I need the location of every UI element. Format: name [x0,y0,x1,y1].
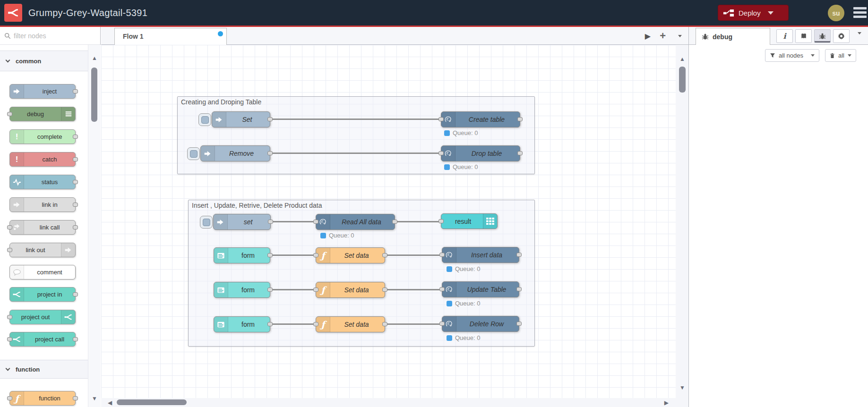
palette-item-inject[interactable]: inject [9,84,76,99]
output-port[interactable] [517,117,523,121]
scroll-thumb[interactable] [679,67,686,93]
node-inject-remove[interactable]: Remove [200,145,270,161]
scroll-left-icon[interactable]: ◀ [108,400,112,406]
scroll-down-icon[interactable]: ▼ [679,385,685,390]
output-port[interactable] [267,151,273,155]
node-form-3[interactable]: form [214,316,270,332]
palette-item-complete[interactable]: ! complete [9,129,76,144]
palette-item-catch[interactable]: ! catch [9,152,76,167]
user-avatar[interactable]: su [828,5,844,21]
main-menu-button[interactable] [853,7,867,20]
input-port[interactable] [439,253,445,257]
wire[interactable] [271,221,318,222]
info-tab-button[interactable]: i [776,29,793,43]
palette-item-project-in[interactable]: project in [9,287,76,302]
canvas-horizontal-scrollbar[interactable]: ◀ ▶ [101,398,688,407]
wire[interactable] [385,254,443,256]
output-port[interactable] [73,396,78,400]
palette-item-project-out[interactable]: project out [9,310,76,324]
palette-item-link-call[interactable]: link call [9,220,76,235]
scroll-up-icon[interactable]: ▲ [92,55,97,61]
wire[interactable] [385,289,443,290]
deploy-options-chevron-icon[interactable] [768,11,773,15]
wire[interactable] [270,289,317,290]
inject-button[interactable] [200,216,213,229]
output-port[interactable] [73,157,78,161]
palette-item-debug[interactable]: debug [9,107,76,121]
output-port[interactable] [516,287,522,291]
input-port[interactable] [439,322,445,326]
node-set-data-1[interactable]: ƒ Set data [316,247,385,263]
output-port[interactable] [267,253,273,257]
output-port[interactable] [382,288,387,292]
settings-tab-button[interactable] [833,29,850,43]
palette-item-project-call[interactable]: project call [9,332,76,347]
add-flow-button[interactable]: + [660,27,666,45]
node-drop-table[interactable]: Drop table [441,145,520,161]
node-inject-set[interactable]: Set [212,111,270,127]
debug-clear-button[interactable]: all [825,49,856,62]
output-port[interactable] [267,322,273,326]
node-form-2[interactable]: form [214,282,270,298]
output-port[interactable] [73,180,78,184]
node-form-1[interactable]: form [214,247,270,263]
flow-grid[interactable]: Creating and Droping Table Insert , Upda… [101,45,688,407]
debug-filter-button[interactable]: all nodes [765,49,819,62]
wire[interactable] [270,254,317,256]
output-port[interactable] [267,117,273,121]
palette-search[interactable] [0,27,100,45]
output-port[interactable] [73,89,78,93]
wire[interactable] [385,323,443,325]
help-tab-button[interactable] [795,29,812,43]
input-port[interactable] [313,253,318,257]
palette-item-link-in[interactable]: link in [9,197,76,212]
palette-category-common[interactable]: common [0,51,88,71]
output-port[interactable] [516,253,522,257]
scroll-up-icon[interactable]: ▲ [679,56,685,62]
deploy-button[interactable]: Deploy [718,5,789,21]
output-port[interactable] [268,220,273,224]
input-port[interactable] [7,315,12,319]
palette-item-function[interactable]: ƒ function [9,391,76,406]
input-port[interactable] [313,220,318,224]
node-update-table[interactable]: Update Table [442,281,519,297]
output-port[interactable] [73,337,78,341]
wire[interactable] [272,119,441,120]
node-inject-set-lower[interactable]: set [213,214,271,230]
output-port[interactable] [516,322,522,326]
wire[interactable] [396,221,442,222]
wire[interactable] [272,153,441,154]
palette-scrollbar[interactable]: ▲ ▼ [88,45,101,407]
flow-tab[interactable]: Flow 1 [114,28,227,45]
inject-button[interactable] [198,113,211,126]
input-port[interactable] [7,337,12,341]
group-create-drop-table[interactable]: Creating and Droping Table [177,96,535,174]
output-port[interactable] [392,220,397,224]
output-port[interactable] [73,203,78,207]
input-port[interactable] [438,219,444,223]
node-set-data-3[interactable]: ƒ Set data [316,316,385,332]
sidebar-tab-debug[interactable]: debug [696,28,770,45]
palette-item-link-out[interactable]: link out [9,243,76,257]
node-insert-data[interactable]: Insert data [442,247,519,263]
scroll-down-icon[interactable]: ▼ [92,396,97,401]
node-read-all-data[interactable]: Read All data [316,214,395,230]
palette-item-status[interactable]: status [9,175,76,189]
next-tab-button[interactable]: ▶ [645,27,651,45]
input-port[interactable] [7,248,12,252]
debug-tab-button[interactable] [814,29,831,43]
output-port[interactable] [73,225,78,229]
canvas-vertical-scrollbar[interactable]: ▲ ▼ [676,45,688,398]
output-port[interactable] [382,253,387,257]
output-port[interactable] [517,151,523,155]
search-input[interactable] [14,32,80,40]
output-port[interactable] [73,135,78,139]
input-port[interactable] [313,322,318,326]
input-port[interactable] [7,225,12,229]
inject-button[interactable] [187,147,200,160]
output-port[interactable] [267,288,273,292]
input-port[interactable] [313,288,318,292]
input-port[interactable] [7,112,12,116]
wire[interactable] [270,323,317,325]
input-port[interactable] [438,117,444,121]
